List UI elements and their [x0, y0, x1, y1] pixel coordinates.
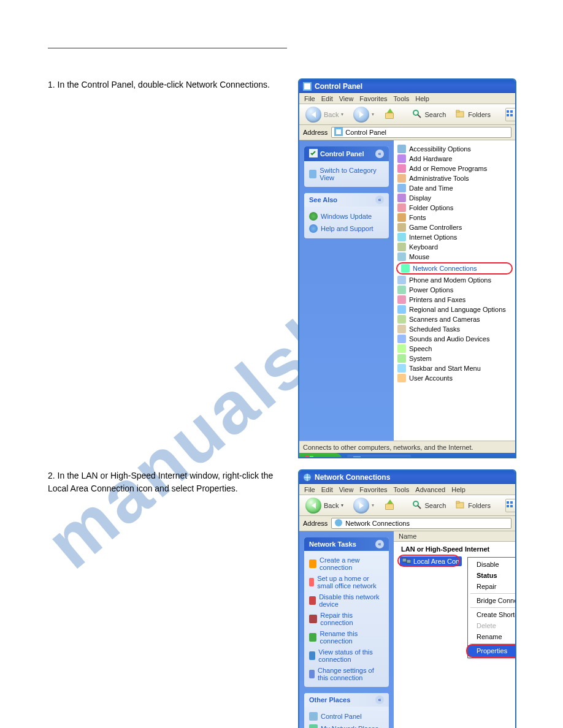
network-connections-window: Network Connections File Edit View Favor…: [298, 469, 516, 728]
collapse-icon[interactable]: «: [375, 696, 384, 704]
address-input[interactable]: Network Connections: [331, 518, 511, 529]
menu-help[interactable]: Help: [451, 486, 465, 493]
control-panel-item[interactable]: Add or Remove Programs: [396, 164, 513, 173]
network-task-link[interactable]: Rename this connection: [309, 628, 384, 646]
control-panel-item[interactable]: Game Controllers: [396, 222, 513, 232]
search-button[interactable]: Search: [410, 108, 448, 121]
help-support-link[interactable]: Help and Support: [309, 222, 384, 235]
forward-button[interactable]: ▾: [351, 496, 377, 515]
control-panel-item[interactable]: Power Options: [396, 285, 513, 295]
control-panel-item[interactable]: Folder Options: [396, 203, 513, 213]
control-panel-item[interactable]: Printers and Faxes: [396, 295, 513, 305]
menu-view[interactable]: View: [339, 486, 354, 493]
control-panel-item[interactable]: Mouse: [396, 252, 513, 262]
back-button[interactable]: Back ▾: [303, 105, 346, 124]
back-button[interactable]: Back ▾: [303, 496, 346, 515]
control-panel-item[interactable]: Internet Options: [396, 232, 513, 242]
control-panel-item[interactable]: Speech: [396, 344, 513, 354]
sidebar-panel-header[interactable]: See Also «: [304, 193, 389, 207]
sidebar-panel-header[interactable]: Network Tasks «: [304, 537, 389, 551]
control-panel-item[interactable]: Fonts: [396, 213, 513, 222]
context-menu-properties[interactable]: Properties: [468, 645, 516, 656]
menu-tools[interactable]: Tools: [394, 95, 410, 102]
menu-edit[interactable]: Edit: [321, 486, 333, 493]
main-pane[interactable]: Name LAN or High-Speed Internet Local Ar…: [394, 531, 515, 728]
network-connections-item[interactable]: Network Connections: [396, 262, 513, 275]
network-task-link[interactable]: View status of this connection: [309, 646, 384, 665]
context-menu-item[interactable]: Rename: [468, 631, 516, 642]
sidebar-panel-header[interactable]: Control Panel «: [304, 146, 389, 161]
item-label: Display: [409, 194, 431, 202]
context-menu-item[interactable]: Status: [468, 570, 516, 581]
folders-button[interactable]: Folders: [453, 499, 493, 512]
menu-file[interactable]: File: [304, 486, 315, 493]
network-task-link[interactable]: Repair this connection: [309, 610, 384, 628]
control-panel-item[interactable]: Accessibility Options: [396, 144, 513, 154]
context-menu-item[interactable]: Disable: [468, 559, 516, 570]
control-panel-item[interactable]: Sounds and Audio Devices: [396, 334, 513, 344]
up-button[interactable]: [381, 499, 397, 512]
start-button[interactable]: start: [299, 453, 342, 458]
control-panel-item[interactable]: Date and Time: [396, 183, 513, 193]
context-menu-item[interactable]: Repair: [468, 581, 516, 592]
control-panel-item[interactable]: Scheduled Tasks: [396, 324, 513, 334]
network-tasks-title: Network Tasks: [309, 540, 356, 548]
item-label: Phone and Modem Options: [409, 276, 491, 284]
menu-favorites[interactable]: Favorites: [359, 486, 387, 493]
titlebar[interactable]: Control Panel: [299, 80, 515, 93]
switch-category-view-link[interactable]: Switch to Category View: [309, 165, 384, 183]
menu-help[interactable]: Help: [415, 95, 429, 102]
control-panel-item[interactable]: Keyboard: [396, 242, 513, 252]
up-button[interactable]: [381, 108, 397, 121]
control-panel-item[interactable]: User Accounts: [396, 373, 513, 383]
control-panel-item[interactable]: Add Hardware: [396, 154, 513, 164]
menu-favorites[interactable]: Favorites: [359, 95, 387, 102]
network-task-link[interactable]: Create a new connection: [309, 555, 384, 573]
control-panel-item[interactable]: Administrative Tools: [396, 173, 513, 183]
collapse-icon[interactable]: «: [375, 195, 384, 204]
item-label: Printers and Faxes: [409, 296, 465, 303]
address-input[interactable]: Control Panel: [331, 127, 511, 138]
control-panel-item[interactable]: Taskbar and Start Menu: [396, 363, 513, 373]
menubar[interactable]: File Edit View Favorites Tools Help: [299, 93, 515, 104]
network-task-link[interactable]: Disable this network device: [309, 591, 384, 610]
menu-edit[interactable]: Edit: [321, 95, 333, 102]
collapse-icon[interactable]: «: [375, 540, 384, 548]
folders-button[interactable]: Folders: [453, 108, 493, 121]
sidebar-panel-header[interactable]: Other Places «: [304, 693, 389, 707]
menu-file[interactable]: File: [304, 95, 315, 102]
collapse-icon[interactable]: «: [375, 150, 384, 158]
windows-update-link[interactable]: Windows Update: [309, 210, 384, 222]
local-area-connection-label: Local Area Con: [413, 558, 459, 565]
search-button[interactable]: Search: [410, 499, 448, 512]
other-place-link[interactable]: Control Panel: [309, 710, 384, 722]
taskbar-item[interactable]: Control Panel: [347, 455, 411, 458]
column-header-name[interactable]: Name: [394, 531, 515, 542]
item-icon: [397, 364, 406, 373]
local-area-connection-item[interactable]: Local Area Con: [400, 556, 462, 566]
context-menu-item[interactable]: Bridge Connections: [468, 595, 516, 606]
control-panel-item[interactable]: Display: [396, 193, 513, 203]
views-button[interactable]: ▾: [505, 499, 516, 512]
network-task-link[interactable]: Change settings of this connection: [309, 665, 384, 683]
place-icon: [309, 712, 318, 721]
network-task-link[interactable]: Set up a home or small office network: [309, 573, 384, 591]
control-panel-item[interactable]: Regional and Language Options: [396, 305, 513, 314]
control-panel-item[interactable]: Scanners and Cameras: [396, 314, 513, 324]
menu-advanced[interactable]: Advanced: [415, 486, 445, 493]
titlebar[interactable]: Network Connections: [299, 471, 515, 484]
task-label: View status of this connection: [318, 648, 384, 663]
forward-button[interactable]: ▾: [351, 105, 377, 124]
menubar[interactable]: File Edit View Favorites Tools Advanced …: [299, 484, 515, 495]
folders-icon: [456, 109, 465, 120]
context-menu[interactable]: DisableStatusRepairBridge ConnectionsCre…: [467, 557, 516, 658]
views-button[interactable]: ▾: [505, 108, 516, 121]
control-panel-item[interactable]: Phone and Modem Options: [396, 275, 513, 285]
svg-rect-13: [305, 456, 309, 459]
items-pane[interactable]: Accessibility OptionsAdd HardwareAdd or …: [394, 140, 515, 441]
other-place-link[interactable]: My Network Places: [309, 722, 384, 728]
menu-view[interactable]: View: [339, 95, 354, 102]
context-menu-item[interactable]: Create Shortcut: [468, 609, 516, 620]
control-panel-item[interactable]: System: [396, 354, 513, 363]
menu-tools[interactable]: Tools: [394, 486, 410, 493]
